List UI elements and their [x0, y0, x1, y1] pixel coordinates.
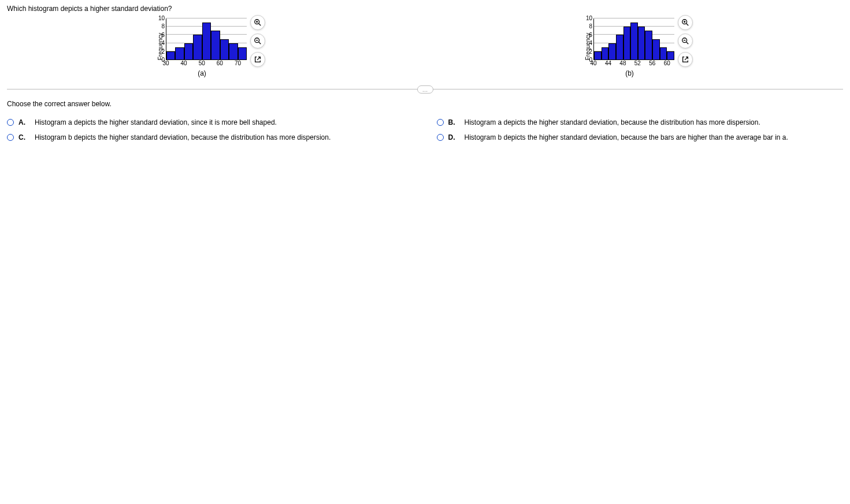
chart-b-wrap: Frequency 10 8 6 4 2 0 404448525660 [585, 18, 674, 67]
open-external-button[interactable] [250, 52, 265, 67]
chart-a-buttons [250, 15, 265, 67]
external-link-icon [681, 55, 689, 64]
xtick: 40 [590, 60, 596, 66]
xtick: 50 [199, 60, 205, 66]
svg-line-5 [259, 42, 261, 44]
xtick: 40 [181, 60, 187, 66]
histogram-bar [175, 47, 184, 59]
ytick: 8 [161, 24, 165, 29]
svg-line-9 [686, 24, 689, 26]
section-divider: … [7, 89, 843, 89]
answer-text: Histogram b depicts the higher standard … [465, 133, 788, 141]
xtick: 70 [235, 60, 241, 66]
charts-row: Frequency 10 8 6 4 2 0 3040506070 (a) [7, 18, 843, 77]
ytick: 2 [589, 49, 592, 55]
chart-b-block: Frequency 10 8 6 4 2 0 404448525660 (b) [585, 18, 674, 77]
histogram-bar [667, 51, 674, 59]
svg-line-7 [257, 57, 260, 60]
answer-letter: C. [18, 133, 25, 141]
xtick: 60 [664, 60, 670, 66]
zoom-out-icon [681, 37, 689, 45]
ytick: 4 [161, 40, 165, 46]
answer-letter: A. [18, 118, 25, 126]
histogram-bar [184, 43, 193, 59]
histogram-bar [638, 27, 645, 59]
zoom-out-button[interactable] [678, 33, 693, 48]
zoom-out-button[interactable] [250, 33, 265, 48]
chart-b-plot [593, 18, 674, 60]
ytick: 2 [161, 49, 165, 55]
radio-a[interactable] [7, 119, 14, 126]
radio-b[interactable] [437, 119, 444, 126]
histogram-bar [238, 47, 247, 59]
ytick: 6 [161, 32, 165, 38]
histogram-bar [660, 47, 667, 59]
answer-option-a[interactable]: A. Histogram a depicts the higher standa… [7, 118, 414, 126]
answer-option-c[interactable]: C. Histogram b depicts the higher standa… [7, 133, 414, 141]
xtick: 56 [649, 60, 655, 66]
histogram-bar [652, 39, 660, 60]
zoom-out-icon [254, 37, 262, 45]
chart-a-xticks: 3040506070 [166, 60, 247, 67]
ytick: 4 [589, 40, 592, 46]
answer-option-d[interactable]: D. Histogram b depicts the higher standa… [437, 133, 844, 141]
chart-a-unit: Frequency 10 8 6 4 2 0 3040506070 (a) [157, 18, 265, 77]
histogram-bar [623, 27, 631, 59]
answer-letter: D. [448, 133, 455, 141]
answer-option-b[interactable]: B. Histogram a depicts the higher standa… [437, 118, 844, 126]
open-external-button[interactable] [678, 52, 693, 67]
svg-line-1 [259, 24, 261, 26]
histogram-bar [645, 31, 652, 59]
radio-d[interactable] [437, 134, 444, 141]
histogram-bar [630, 23, 638, 59]
chart-a-label: (a) [198, 69, 206, 77]
external-link-icon [254, 55, 262, 64]
histogram-bar [608, 43, 616, 59]
histogram-bar [616, 35, 623, 59]
svg-line-15 [685, 57, 688, 60]
xtick: 48 [619, 60, 626, 66]
question-text: Which histogram depicts a higher standar… [7, 5, 843, 13]
answers-grid: A. Histogram a depicts the higher standa… [7, 118, 843, 141]
chart-a-plot [166, 18, 247, 60]
xtick: 60 [217, 60, 223, 66]
answer-text: Histogram a depicts the higher standard … [465, 118, 760, 126]
chart-a-block: Frequency 10 8 6 4 2 0 3040506070 (a) [157, 18, 247, 77]
answer-text: Histogram b depicts the higher standard … [35, 133, 331, 141]
histogram-bar [193, 35, 202, 59]
ytick: 6 [589, 32, 592, 38]
zoom-in-icon [254, 18, 262, 27]
xtick: 30 [162, 60, 169, 66]
answer-text: Histogram a depicts the higher standard … [35, 118, 277, 126]
zoom-in-icon [681, 18, 689, 27]
chart-b-xticks: 404448525660 [593, 60, 674, 67]
chart-a-wrap: Frequency 10 8 6 4 2 0 3040506070 [157, 18, 247, 67]
histogram-bar [602, 47, 609, 59]
chart-b-buttons [678, 15, 693, 67]
histogram-bar [202, 23, 211, 59]
chart-b-unit: Frequency 10 8 6 4 2 0 404448525660 (b) [585, 18, 693, 77]
answer-letter: B. [448, 118, 455, 126]
zoom-in-button[interactable] [250, 15, 265, 30]
histogram-bar [211, 31, 220, 59]
expand-toggle[interactable]: … [417, 85, 433, 94]
zoom-in-button[interactable] [678, 15, 693, 30]
histogram-bar [220, 39, 229, 60]
histogram-bar [594, 51, 602, 59]
histogram-bar [229, 43, 237, 59]
svg-line-13 [686, 42, 689, 44]
radio-c[interactable] [7, 134, 14, 141]
answer-prompt: Choose the correct answer below. [7, 100, 843, 108]
xtick: 52 [634, 60, 641, 66]
ytick: 8 [589, 24, 592, 29]
ytick: 10 [158, 16, 165, 21]
histogram-bar [166, 51, 175, 59]
xtick: 44 [605, 60, 611, 66]
chart-b-label: (b) [625, 69, 634, 77]
ytick: 10 [586, 16, 592, 21]
